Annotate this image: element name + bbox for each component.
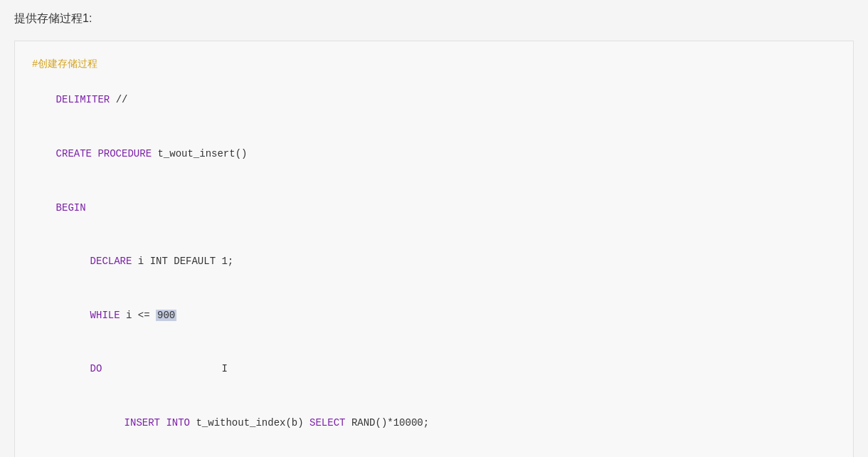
normal-insert-rest: t_without_index(b) xyxy=(190,417,309,429)
keyword-declare: DECLARE xyxy=(90,256,132,267)
page-title: 提供存储过程1: xyxy=(14,11,854,26)
normal-slash: // xyxy=(110,94,127,105)
line-delimiter-start: DELIMITER // xyxy=(32,73,836,127)
cursor-marker: I xyxy=(102,363,227,374)
keyword-delimiter: DELIMITER xyxy=(56,94,110,105)
line-insert: INSERT INTO t_without_index(b) SELECT RA… xyxy=(32,396,836,451)
normal-declare-rest: i INT DEFAULT 1; xyxy=(132,256,233,267)
normal-rand: RAND()*10000; xyxy=(345,417,429,429)
line-create-procedure: CREATE PROCEDURE t_wout_insert() xyxy=(32,127,836,182)
comment-create: #创建存储过程 xyxy=(32,56,836,73)
line-while: WHILE i <= 900 xyxy=(32,288,836,342)
keyword-insert: INSERT INTO xyxy=(125,417,190,429)
line-do: DO I xyxy=(32,342,836,396)
line-set: SET i = i + 1; xyxy=(32,450,836,457)
highlight-value: 900 xyxy=(156,310,176,321)
keyword-create: CREATE PROCEDURE xyxy=(56,148,152,159)
line-begin: BEGIN xyxy=(32,181,836,235)
line-declare: DECLARE i INT DEFAULT 1; xyxy=(32,235,836,289)
normal-while-cond: i <= xyxy=(120,310,156,321)
keyword-begin: BEGIN xyxy=(56,202,86,214)
keyword-do: DO xyxy=(90,363,102,374)
normal-proc-name: t_wout_insert() xyxy=(152,148,247,159)
code-block: #创建存储过程 DELIMITER // CREATE PROCEDURE t_… xyxy=(14,41,854,457)
keyword-while: WHILE xyxy=(90,310,120,321)
keyword-select: SELECT xyxy=(309,417,345,429)
